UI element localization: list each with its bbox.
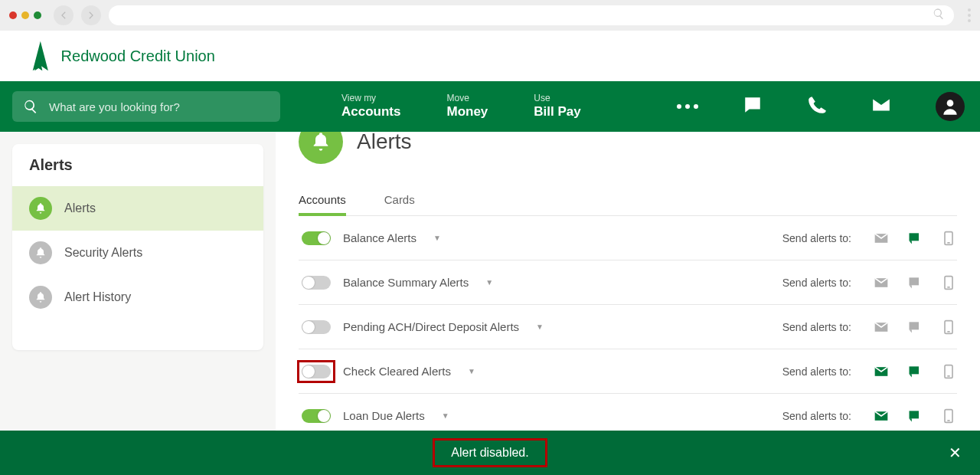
forward-button[interactable] (81, 5, 101, 25)
alert-toggle[interactable] (302, 365, 331, 378)
channel-sms-icon[interactable] (940, 408, 957, 424)
sidebar-item-alert-history[interactable]: Alert History (12, 275, 263, 319)
channel-sms-icon[interactable] (940, 230, 957, 247)
sidebar-item-alerts[interactable]: Alerts (12, 186, 263, 231)
svg-point-2 (947, 100, 954, 106)
channel-email-icon[interactable] (873, 363, 890, 380)
maximize-window-icon[interactable] (34, 11, 41, 19)
send-to-label: Send alerts to: (782, 321, 851, 333)
nav-billpay-small: Use (534, 93, 580, 104)
nav-money[interactable]: Move Money (446, 93, 488, 119)
brand-header: Redwood Credit Union (0, 31, 980, 81)
alert-row: Balance Summary Alerts ▼ Send alerts to: (299, 260, 957, 305)
alert-name: Balance Alerts (343, 231, 416, 244)
site-search[interactable] (12, 91, 280, 122)
sidebar-title: Alerts (12, 144, 263, 186)
search-icon (23, 99, 38, 114)
chevron-down-icon[interactable]: ▼ (433, 234, 441, 242)
sidebar: Alerts AlertsSecurity AlertsAlert Histor… (0, 132, 276, 431)
channel-push-icon[interactable] (906, 274, 923, 291)
more-menu-icon[interactable] (677, 104, 698, 109)
window-controls (9, 11, 41, 19)
mail-icon[interactable] (871, 95, 891, 118)
page-title: Alerts (357, 132, 412, 154)
bell-icon (29, 286, 52, 309)
tab-accounts[interactable]: Accounts (299, 185, 346, 215)
sidebar-item-label: Security Alerts (64, 246, 142, 260)
nav-money-big: Money (446, 104, 488, 119)
nav-billpay-big: Bill Pay (534, 104, 580, 119)
nav-accounts[interactable]: View my Accounts (341, 93, 400, 119)
minimize-window-icon[interactable] (21, 11, 29, 19)
alert-toggle[interactable] (302, 320, 331, 334)
bell-icon (29, 197, 52, 220)
chat-icon[interactable] (743, 95, 763, 118)
nav-accounts-small: View my (341, 93, 400, 104)
top-nav: View my Accounts Move Money Use Bill Pay (0, 81, 980, 132)
send-to-label: Send alerts to: (782, 410, 851, 422)
channel-sms-icon[interactable] (940, 319, 957, 336)
close-window-icon[interactable] (9, 11, 17, 19)
main-panel: Alerts AccountsCards Balance Alerts ▼ Se… (276, 132, 980, 431)
channel-email-icon[interactable] (873, 274, 890, 291)
toast: Alert disabled. ✕ (0, 431, 980, 475)
sidebar-card: Alerts AlertsSecurity AlertsAlert Histor… (12, 144, 263, 350)
nav-money-small: Move (446, 93, 488, 104)
alert-row: Balance Alerts ▼ Send alerts to: (299, 216, 957, 260)
channel-sms-icon[interactable] (940, 274, 957, 291)
url-bar[interactable] (109, 5, 954, 25)
sidebar-item-label: Alert History (64, 290, 131, 304)
alert-name: Check Cleared Alerts (343, 365, 451, 378)
sidebar-item-security-alerts[interactable]: Security Alerts (12, 231, 263, 275)
channel-push-icon[interactable] (906, 319, 923, 336)
nav-accounts-big: Accounts (341, 104, 400, 119)
page-header-icon (299, 132, 343, 164)
channel-push-icon[interactable] (906, 230, 923, 247)
browser-menu-icon[interactable] (968, 8, 971, 22)
page-header: Alerts (299, 132, 957, 164)
send-to-label: Send alerts to: (782, 232, 851, 244)
tabs: AccountsCards (299, 185, 957, 216)
browser-chrome (0, 0, 980, 31)
profile-avatar[interactable] (936, 92, 965, 121)
chevron-down-icon[interactable]: ▼ (442, 411, 449, 420)
alert-toggle[interactable] (302, 276, 331, 290)
channel-sms-icon[interactable] (940, 363, 957, 380)
channel-push-icon[interactable] (906, 363, 923, 380)
sidebar-item-label: Alerts (64, 201, 96, 215)
tab-cards[interactable]: Cards (384, 185, 415, 215)
toast-message: Alert disabled. (434, 440, 545, 466)
channel-email-icon[interactable] (873, 319, 890, 336)
logo-icon (28, 40, 54, 72)
chevron-down-icon[interactable]: ▼ (536, 323, 544, 331)
channel-email-icon[interactable] (873, 230, 890, 247)
alert-row: Pending ACH/Direct Deposit Alerts ▼ Send… (299, 305, 957, 349)
toast-close-button[interactable]: ✕ (949, 444, 962, 462)
nav-billpay[interactable]: Use Bill Pay (534, 93, 580, 119)
page-body: Alerts AlertsSecurity AlertsAlert Histor… (0, 132, 980, 431)
chevron-down-icon[interactable]: ▼ (485, 278, 493, 287)
bell-icon (29, 241, 52, 264)
send-to-label: Send alerts to: (782, 365, 851, 378)
phone-icon[interactable] (807, 95, 827, 118)
alert-name: Pending ACH/Direct Deposit Alerts (343, 320, 519, 333)
chevron-down-icon[interactable]: ▼ (468, 367, 475, 375)
send-to-label: Send alerts to: (782, 277, 851, 289)
search-icon (933, 8, 945, 23)
alert-name: Loan Due Alerts (343, 409, 425, 422)
alert-row: Check Cleared Alerts ▼ Send alerts to: (299, 349, 957, 394)
alert-toggle[interactable] (302, 409, 331, 423)
alert-row: Loan Due Alerts ▼ Send alerts to: (299, 394, 957, 431)
alert-toggle[interactable] (302, 231, 331, 245)
back-button[interactable] (54, 5, 74, 25)
alert-name: Balance Summary Alerts (343, 276, 469, 289)
channel-email-icon[interactable] (873, 408, 890, 424)
channel-push-icon[interactable] (906, 408, 923, 424)
search-input[interactable] (47, 100, 270, 114)
brand-name: Redwood Credit Union (61, 48, 215, 65)
